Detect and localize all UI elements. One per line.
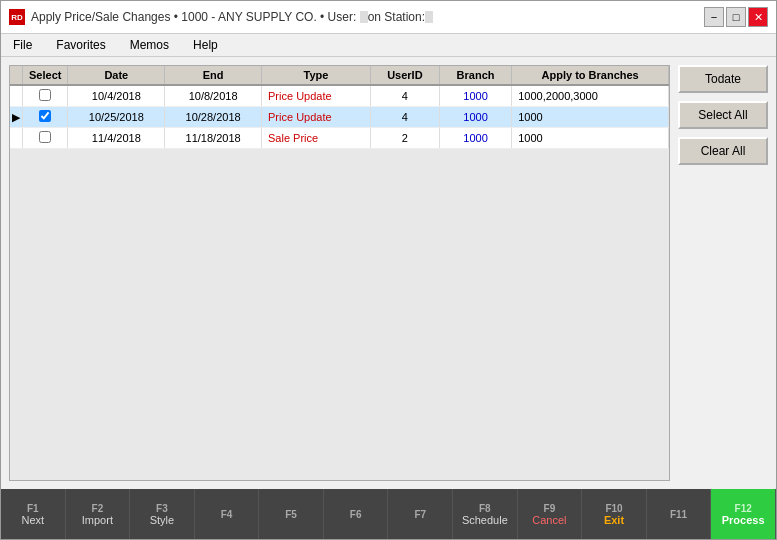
date-cell: 10/4/2018 [68, 85, 165, 107]
close-button[interactable]: ✕ [748, 7, 768, 27]
fkey-f7-num: F7 [414, 509, 426, 520]
col-header-branch: Branch [439, 66, 511, 85]
main-window: RD Apply Price/Sale Changes • 1000 - ANY… [0, 0, 777, 540]
fkey-f5-num: F5 [285, 509, 297, 520]
row-checkbox[interactable] [39, 110, 51, 122]
fkey-f4-num: F4 [221, 509, 233, 520]
fkey-f5: F5 [259, 489, 324, 539]
apply-branches-cell: 1000 [512, 107, 669, 128]
fkey-f3-num: F3 [156, 503, 168, 514]
title-bar-left: RD Apply Price/Sale Changes • 1000 - ANY… [9, 9, 433, 25]
end-cell: 10/28/2018 [165, 107, 262, 128]
row-indicator [10, 128, 23, 149]
user-label: User: [328, 10, 357, 24]
date-cell: 11/4/2018 [68, 128, 165, 149]
title-app: Apply Price/Sale Changes [31, 10, 170, 24]
col-header-indicator [10, 66, 23, 85]
station-value [425, 11, 433, 23]
menu-favorites[interactable]: Favorites [52, 36, 109, 54]
fkey-f2[interactable]: F2Import [66, 489, 131, 539]
end-cell: 10/8/2018 [165, 85, 262, 107]
end-cell: 11/18/2018 [165, 128, 262, 149]
col-header-userid: UserID [370, 66, 439, 85]
menu-memos[interactable]: Memos [126, 36, 173, 54]
title-bar: RD Apply Price/Sale Changes • 1000 - ANY… [1, 1, 776, 34]
main-panel: Select Date End Type UserID Branch Apply… [9, 65, 670, 481]
apply-branches-cell: 1000 [512, 128, 669, 149]
col-header-type: Type [262, 66, 371, 85]
type-cell: Price Update [262, 85, 371, 107]
fkey-f8-label: Schedule [462, 514, 508, 526]
userid-cell: 2 [370, 128, 439, 149]
fkey-f10[interactable]: F10Exit [582, 489, 647, 539]
fkey-f12-num: F12 [735, 503, 752, 514]
app-icon: RD [9, 9, 25, 25]
fkey-f3-label: Style [150, 514, 174, 526]
fkey-f2-num: F2 [92, 503, 104, 514]
station-label: on Station: [368, 10, 425, 24]
row-indicator [10, 85, 23, 107]
branch-cell: 1000 [439, 107, 511, 128]
footer-bar: F1NextF2ImportF3StyleF4F5F6F7F8ScheduleF… [1, 489, 776, 539]
date-cell: 10/25/2018 [68, 107, 165, 128]
fkey-f8[interactable]: F8Schedule [453, 489, 518, 539]
select-cell [23, 85, 68, 107]
fkey-f1-num: F1 [27, 503, 39, 514]
menu-file[interactable]: File [9, 36, 36, 54]
window-controls: − □ ✕ [704, 7, 768, 27]
title-company: 1000 - ANY SUPPLY CO. [181, 10, 316, 24]
side-panel: Todate Select All Clear All [678, 65, 768, 481]
fkey-f1[interactable]: F1Next [1, 489, 66, 539]
row-checkbox[interactable] [39, 89, 51, 101]
fkey-f10-num: F10 [605, 503, 622, 514]
col-header-select: Select [23, 66, 68, 85]
fkey-f6: F6 [324, 489, 389, 539]
clear-all-button[interactable]: Clear All [678, 137, 768, 165]
menu-help[interactable]: Help [189, 36, 222, 54]
fkey-f7: F7 [388, 489, 453, 539]
row-checkbox[interactable] [39, 131, 51, 143]
fkey-f2-label: Import [82, 514, 113, 526]
user-value [360, 11, 368, 23]
fkey-f12-label: Process [722, 514, 765, 526]
fkey-f9[interactable]: F9Cancel [518, 489, 583, 539]
fkey-f9-label: Cancel [532, 514, 566, 526]
col-header-end: End [165, 66, 262, 85]
userid-cell: 4 [370, 85, 439, 107]
table-row: 10/4/201810/8/2018Price Update410001000,… [10, 85, 669, 107]
fkey-f11-num: F11 [670, 509, 687, 520]
restore-button[interactable]: □ [726, 7, 746, 27]
fkey-f12[interactable]: F12Process [711, 489, 776, 539]
fkey-f8-num: F8 [479, 503, 491, 514]
row-indicator: ▶ [10, 107, 23, 128]
fkey-f4: F4 [195, 489, 260, 539]
type-cell: Price Update [262, 107, 371, 128]
select-cell [23, 107, 68, 128]
fkey-f9-num: F9 [544, 503, 556, 514]
col-header-apply-branches: Apply to Branches [512, 66, 669, 85]
branch-cell: 1000 [439, 85, 511, 107]
content-area: Select Date End Type UserID Branch Apply… [1, 57, 776, 489]
table-row: ▶10/25/201810/28/2018Price Update4100010… [10, 107, 669, 128]
apply-branches-cell: 1000,2000,3000 [512, 85, 669, 107]
userid-cell: 4 [370, 107, 439, 128]
table-container[interactable]: Select Date End Type UserID Branch Apply… [10, 66, 669, 480]
window-title: Apply Price/Sale Changes • 1000 - ANY SU… [31, 10, 433, 24]
sep2: • [320, 10, 328, 24]
menu-bar: File Favorites Memos Help [1, 34, 776, 57]
fkey-f10-label: Exit [604, 514, 624, 526]
data-table: Select Date End Type UserID Branch Apply… [10, 66, 669, 149]
fkey-f3[interactable]: F3Style [130, 489, 195, 539]
fkey-f6-num: F6 [350, 509, 362, 520]
branch-cell: 1000 [439, 128, 511, 149]
col-header-date: Date [68, 66, 165, 85]
fkey-f1-label: Next [21, 514, 44, 526]
table-row: 11/4/201811/18/2018Sale Price210001000 [10, 128, 669, 149]
select-all-button[interactable]: Select All [678, 101, 768, 129]
type-cell: Sale Price [262, 128, 371, 149]
minimize-button[interactable]: − [704, 7, 724, 27]
select-cell [23, 128, 68, 149]
fkey-f11: F11 [647, 489, 712, 539]
todate-button[interactable]: Todate [678, 65, 768, 93]
